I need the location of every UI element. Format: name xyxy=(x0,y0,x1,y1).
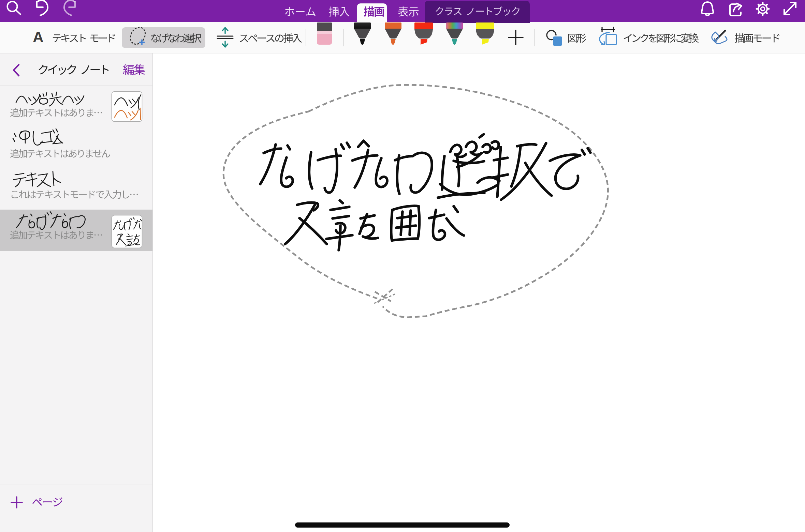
svg-text:A: A xyxy=(33,29,44,45)
